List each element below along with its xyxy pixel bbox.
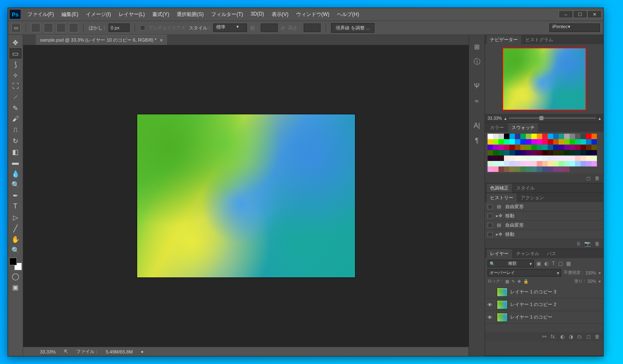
swatch[interactable] xyxy=(548,139,553,145)
add-selection-icon[interactable] xyxy=(44,23,53,32)
history-checkbox[interactable] xyxy=(488,232,493,237)
visibility-icon[interactable]: 👁 xyxy=(488,302,494,307)
swatch[interactable] xyxy=(488,150,493,156)
swatch[interactable] xyxy=(559,161,564,166)
swatch[interactable] xyxy=(542,166,548,172)
tab-channels[interactable]: チャンネル xyxy=(513,249,543,258)
tab-paths[interactable]: パス xyxy=(543,249,559,258)
swatch[interactable] xyxy=(591,145,597,150)
swatch[interactable] xyxy=(581,145,586,150)
history-snapshot-icon[interactable]: 📷 xyxy=(584,241,591,247)
new-swatch-icon[interactable]: ◻ xyxy=(586,175,591,181)
swatch[interactable] xyxy=(542,145,548,150)
swatch[interactable] xyxy=(537,161,542,166)
filter-adjust-icon[interactable]: ◐ xyxy=(544,261,549,266)
swatch[interactable] xyxy=(559,145,564,150)
swatch[interactable] xyxy=(504,134,509,139)
swatch[interactable] xyxy=(548,134,553,139)
swatch[interactable] xyxy=(559,139,564,145)
swatch[interactable] xyxy=(526,156,531,161)
swatch[interactable] xyxy=(498,139,504,145)
navigator-thumbnail[interactable] xyxy=(502,47,586,111)
type-tool[interactable]: T xyxy=(10,201,21,211)
swatch[interactable] xyxy=(564,145,570,150)
history-item[interactable]: ▸✥移動 xyxy=(485,211,603,221)
history-checkbox[interactable] xyxy=(488,204,493,209)
tab-histogram[interactable]: ヒストグラム xyxy=(522,35,557,44)
swatch[interactable] xyxy=(520,161,526,166)
brush-tool[interactable]: 🖌 xyxy=(10,114,21,124)
intersect-selection-icon[interactable] xyxy=(69,23,78,32)
menu-item[interactable]: ファイル(F) xyxy=(24,9,57,20)
layer-group-icon[interactable]: 🗀 xyxy=(577,334,582,340)
swatch[interactable] xyxy=(515,134,520,139)
swatch[interactable] xyxy=(515,145,520,150)
layer-mask-icon[interactable]: ◐ xyxy=(560,334,565,340)
swatch[interactable] xyxy=(488,134,493,139)
swatch[interactable] xyxy=(553,161,559,166)
navigator-zoom-slider[interactable] xyxy=(509,117,596,119)
swatch[interactable] xyxy=(537,145,542,150)
swatch[interactable] xyxy=(531,161,537,166)
swatch[interactable] xyxy=(559,166,564,172)
history-item[interactable]: ▸✥移動 xyxy=(485,230,603,239)
layer-filter-select[interactable]: 🔍 種類 ▾ xyxy=(488,260,534,267)
history-brush-tool[interactable]: ↻ xyxy=(10,136,21,146)
swatch[interactable] xyxy=(493,139,498,145)
lasso-tool[interactable]: ⟆ xyxy=(10,59,21,69)
tab-navigator[interactable]: ナビゲーター xyxy=(487,35,521,44)
swatch[interactable] xyxy=(570,139,575,145)
swatch[interactable] xyxy=(575,156,581,161)
swatch[interactable] xyxy=(586,145,591,150)
swatch[interactable] xyxy=(548,150,553,156)
swatch[interactable] xyxy=(559,150,564,156)
layer-item[interactable]: レイヤー 1 のコピー 3 xyxy=(485,286,603,298)
zoom-out-icon[interactable]: ▴ xyxy=(504,116,506,121)
eyedropper-tool[interactable]: ⟋ xyxy=(10,92,21,102)
menu-item[interactable]: レイヤー(L) xyxy=(115,9,148,20)
swatch[interactable] xyxy=(548,166,553,172)
swatch[interactable] xyxy=(531,166,537,172)
character-icon[interactable]: A| xyxy=(472,121,482,131)
menu-item[interactable]: 3D(D) xyxy=(247,9,268,20)
swatch[interactable] xyxy=(553,150,559,156)
swatch[interactable] xyxy=(520,166,526,172)
swatch[interactable] xyxy=(581,156,586,161)
swatch[interactable] xyxy=(509,139,515,145)
brushes-icon[interactable]: Ψ xyxy=(472,81,482,91)
menu-item[interactable]: 表示(V) xyxy=(268,9,292,20)
filter-type-icon[interactable]: T xyxy=(552,261,555,266)
swatch[interactable] xyxy=(548,145,553,150)
swatch[interactable] xyxy=(498,156,504,161)
swatch[interactable] xyxy=(504,139,509,145)
swatch[interactable] xyxy=(488,145,493,150)
swatch[interactable] xyxy=(575,145,581,150)
link-layers-icon[interactable]: ⚯ xyxy=(542,334,546,340)
swatch[interactable] xyxy=(564,156,570,161)
swatch[interactable] xyxy=(509,150,515,156)
tab-layers[interactable]: レイヤー xyxy=(487,249,512,258)
swatch[interactable] xyxy=(591,139,597,145)
layer-thumbnail[interactable] xyxy=(497,313,508,322)
layer-thumbnail[interactable] xyxy=(497,300,508,309)
lock-all-icon[interactable]: 🔒 xyxy=(523,279,528,284)
swatch[interactable] xyxy=(586,134,591,139)
swatch[interactable] xyxy=(570,150,575,156)
tab-actions[interactable]: アクション xyxy=(517,193,547,202)
close-tab-icon[interactable]: × xyxy=(160,37,163,43)
swatch[interactable] xyxy=(553,139,559,145)
new-layer-icon[interactable]: ◻ xyxy=(586,334,591,340)
swatch[interactable] xyxy=(537,139,542,145)
swatch[interactable] xyxy=(553,156,559,161)
canvas[interactable] xyxy=(137,114,355,277)
swatch[interactable] xyxy=(581,134,586,139)
menu-item[interactable]: 書式(Y) xyxy=(149,9,172,20)
gradient-tool[interactable]: ▬ xyxy=(10,158,21,168)
swatch[interactable] xyxy=(520,150,526,156)
antialias-checkbox[interactable] xyxy=(140,25,145,30)
swatch[interactable] xyxy=(493,134,498,139)
swatch[interactable] xyxy=(542,150,548,156)
swatches-grid[interactable] xyxy=(485,132,603,174)
swatch[interactable] xyxy=(488,166,493,172)
quick-mask-tool[interactable]: ◯ xyxy=(10,271,21,281)
